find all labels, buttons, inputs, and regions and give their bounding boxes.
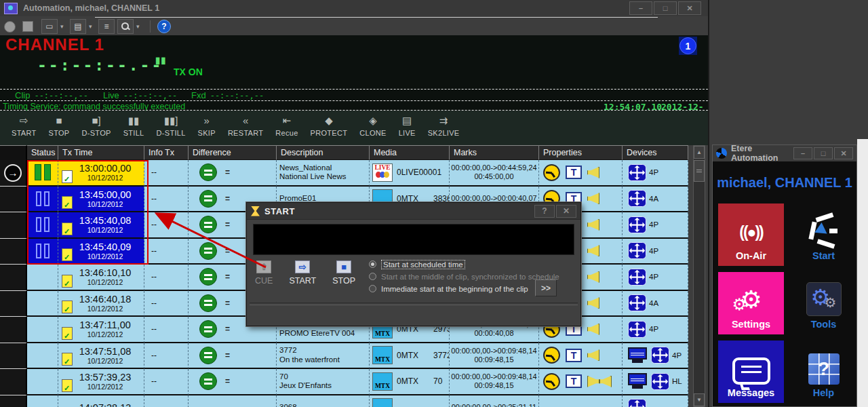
chevron-down-icon[interactable]: ▾: [60, 23, 67, 30]
header-difference[interactable]: Difference: [189, 145, 277, 160]
equals-status-icon: [199, 347, 217, 364]
record-icon[interactable]: [4, 21, 16, 33]
transport-still-button[interactable]: ▮▮ STILL: [117, 111, 151, 138]
row-gutter: [0, 317, 27, 343]
transport-protect-button[interactable]: ◆ PROTECT: [304, 111, 354, 138]
playlist-row[interactable]: 13:47:51,08 10/12/2012 -- = 3772On the w…: [0, 343, 688, 370]
cell-description: 3772On the waterfront: [277, 343, 370, 370]
scrollbar-thumb[interactable]: [694, 160, 705, 182]
panel-close-button[interactable]: ✕: [834, 147, 853, 159]
header-marks[interactable]: Marks: [450, 145, 539, 160]
onair-broadcast-icon: ((●)): [739, 216, 763, 248]
panel-title: Etere Automation: [731, 144, 793, 163]
playlist-row[interactable]: → 13:00:00,00 10/12/2012 -- = News_Natio…: [0, 160, 688, 187]
header-media[interactable]: Media: [370, 145, 450, 160]
panel-titlebar: Etere Automation – □ ✕: [713, 145, 856, 161]
dialog-more-button[interactable]: >>: [535, 279, 557, 296]
header-properties[interactable]: Properties: [539, 145, 623, 160]
header-tx-time[interactable]: Tx Time: [58, 145, 144, 160]
panel-minimize-button[interactable]: –: [793, 147, 812, 159]
panel-maximize-button[interactable]: □: [814, 147, 833, 159]
cell-description: 70Jeux D'Enfants: [277, 369, 370, 395]
chevron-down-icon[interactable]: ▾: [136, 23, 143, 30]
tile-start[interactable]: Start: [791, 204, 856, 266]
tile-messages[interactable]: Messages: [718, 341, 784, 403]
transport-clone-button[interactable]: ◈ CLONE: [353, 111, 392, 138]
transport-restart-button[interactable]: « RESTART: [222, 111, 269, 138]
cell-properties: T: [539, 343, 623, 370]
device-label: 4P: [672, 351, 682, 360]
maximize-button[interactable]: □: [654, 1, 677, 15]
tx-date: 10/12/2012: [87, 305, 123, 313]
channel-indicator-badge[interactable]: 1: [679, 37, 697, 55]
media-thumbnail: [372, 398, 393, 407]
dialog-option-3[interactable]: Immediate start at the beginning of the …: [369, 284, 559, 294]
scenes-icon[interactable]: ▤: [70, 19, 86, 34]
table-scrollbar[interactable]: ▲ ▼: [693, 145, 705, 407]
cell-devices: 4A: [623, 291, 688, 317]
cell-status: [27, 395, 58, 407]
log-icon[interactable]: ≡: [98, 19, 115, 34]
playlist-row[interactable]: 14:07:28,13 3068 00:00:00,00->00:25:21,1…: [0, 395, 688, 407]
speaker-icon: [587, 297, 599, 309]
help-icon[interactable]: ?: [157, 20, 171, 33]
radio-icon[interactable]: [369, 285, 376, 292]
header-description[interactable]: Description: [277, 145, 370, 160]
cell-status: [27, 160, 58, 187]
dialog-start-button[interactable]: ⇨ START: [289, 260, 316, 286]
transport-live-button[interactable]: ▤ LIVE: [393, 111, 422, 138]
dialog-help-button[interactable]: ?: [534, 205, 555, 218]
radio-icon[interactable]: [369, 273, 376, 280]
cell-tx-time: 13:57:39,23 10/12/2012: [58, 369, 144, 395]
transport-sk2live-button[interactable]: ⇉ SK2LIVE: [422, 111, 466, 138]
cell-info-tx: --: [144, 160, 189, 187]
cell-properties: T: [539, 160, 623, 187]
transport-start-button[interactable]: ⇨ START: [5, 111, 43, 138]
tx-time: 13:45:00,00: [79, 189, 132, 200]
dialog-cue-button[interactable]: ⇧ CUE: [255, 260, 273, 286]
dialog-option-2[interactable]: Start at the middle of clip, synchronize…: [369, 271, 559, 282]
dialog-buttons: ⇧ CUE ⇨ START ■ STOP: [255, 260, 355, 286]
clip-label: Clip: [15, 90, 30, 100]
playlist-row[interactable]: 13:57:39,23 10/12/2012 -- = 70Jeux D'Enf…: [0, 369, 688, 395]
cell-info-tx: [144, 395, 189, 407]
live-value: --:--:--,--: [123, 91, 177, 100]
header-devices[interactable]: Devices: [623, 145, 688, 160]
media-id: 0MTX: [397, 351, 418, 360]
header-status[interactable]: Status: [27, 145, 58, 160]
speaker-icon: [587, 167, 599, 178]
transport-d-stop-button[interactable]: ■] D-STOP: [76, 111, 117, 138]
cell-difference: =: [189, 369, 277, 395]
media-number: 3772: [433, 351, 450, 360]
header-info-tx[interactable]: Info Tx: [144, 145, 189, 160]
cell-info-tx: --: [144, 212, 189, 239]
tile-on-air[interactable]: ((●))On-Air: [718, 204, 784, 266]
close-button[interactable]: ✕: [678, 1, 701, 15]
radio-icon[interactable]: [369, 260, 376, 268]
scroll-down-icon[interactable]: ▼: [694, 393, 705, 406]
start-dialog-titlebar[interactable]: START ? ✕: [247, 203, 580, 220]
cell-devices: 4P: [623, 239, 688, 265]
chevron-down-icon[interactable]: ▾: [89, 23, 96, 30]
transport-stop-button[interactable]: ■ STOP: [43, 111, 76, 138]
dialog-option-1[interactable]: Start at scheduled time: [369, 259, 559, 269]
scrollbar-track[interactable]: [694, 182, 705, 393]
equals-status-icon: [199, 163, 217, 181]
minimize-button[interactable]: –: [629, 1, 652, 15]
transport-d-still-button[interactable]: ▮▮] D-STILL: [151, 111, 192, 138]
tile-help[interactable]: ?Help: [791, 341, 856, 403]
cell-tx-time: 13:47:51,08 10/12/2012: [58, 343, 144, 370]
tile-settings[interactable]: ⚙⚙Settings: [718, 272, 784, 334]
search-icon[interactable]: [117, 19, 134, 34]
device-label: 4A: [649, 195, 658, 203]
tile-tools[interactable]: ⚙⚙Tools: [791, 272, 856, 334]
vtr-icon[interactable]: ▭: [41, 19, 58, 34]
transport-skip-button[interactable]: » SKIP: [192, 111, 222, 138]
stop-icon[interactable]: [22, 21, 33, 32]
dialog-stop-button[interactable]: ■ STOP: [332, 260, 355, 286]
scroll-up-icon[interactable]: ▲: [694, 146, 705, 159]
cell-status: [27, 291, 58, 317]
clip-document-icon: [62, 222, 73, 235]
transport-recue-button[interactable]: ⇤ Recue: [269, 111, 304, 138]
dialog-close-button[interactable]: ✕: [556, 205, 576, 218]
